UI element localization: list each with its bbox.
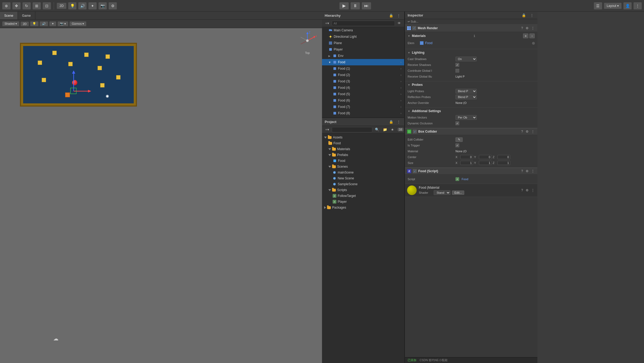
project-item-prefabs[interactable]: Prefabs [322, 152, 404, 158]
settings-icon[interactable]: ⚙ [525, 130, 529, 133]
probes-section-header[interactable]: ▼ Probes [408, 83, 535, 87]
hierarchy-content[interactable]: Main Camera Directional Light [322, 27, 404, 117]
size-z-field[interactable] [497, 161, 510, 165]
box-collider-checkbox[interactable]: ✓ [413, 130, 417, 133]
help-icon[interactable]: ? [520, 130, 524, 133]
project-item-scenes[interactable]: Scenes [322, 164, 404, 170]
hierarchy-add-btn[interactable]: +▾ [324, 21, 330, 26]
toolbar-transform-move[interactable]: ✥ [12, 2, 21, 10]
hierarchy-item-food-7[interactable]: Food (7) › [322, 104, 404, 110]
materials-plus-btn[interactable]: + [523, 33, 528, 38]
motion-vectors-dropdown[interactable]: Per Ob [455, 115, 477, 120]
food-script-checkbox[interactable]: ✓ [413, 169, 417, 173]
cast-shadows-dropdown[interactable]: On [455, 57, 477, 61]
hierarchy-item-food[interactable]: ➤ ▼ Food › [322, 59, 404, 65]
project-item-food-folder[interactable]: Food [322, 140, 404, 146]
scene-shading-dropdown[interactable]: Shaded ▾ [2, 21, 19, 26]
project-search-btn[interactable]: 🔍 [374, 127, 380, 132]
scene-audio-toggle[interactable]: 🔊 [40, 21, 48, 26]
toolbar-gizmos-btn[interactable]: ⚙ [108, 2, 117, 10]
scene-viewport[interactable]: Z X Top [0, 28, 322, 363]
reflection-probes-dropdown[interactable]: Blend P [455, 95, 477, 99]
food-script-header[interactable]: ➤ # ✓ Food (Script) ? ⚙ ⋮ [405, 168, 537, 175]
project-add-btn[interactable]: +▾ [324, 127, 330, 132]
hierarchy-item-food-1[interactable]: Food (1) › [322, 65, 404, 72]
project-content[interactable]: Assets Food Materials [322, 133, 404, 363]
materials-section-header[interactable]: ▼ Materials 1 + - [408, 33, 535, 38]
additional-settings-header[interactable]: ▼ Additional Settings [408, 109, 535, 113]
toolbar-more-btn[interactable]: ⋮ [633, 2, 642, 10]
tab-scene[interactable]: Scene [0, 12, 18, 19]
project-star-btn[interactable]: ★ [390, 127, 395, 132]
light-probes-dropdown[interactable]: Blend P [455, 89, 477, 94]
center-x-field[interactable] [460, 155, 473, 159]
project-more-btn[interactable]: ⋮ [396, 119, 402, 124]
hierarchy-item-plane[interactable]: Plane [322, 40, 404, 46]
target-icon[interactable]: ◎ [532, 41, 535, 45]
scene-2d-toggle[interactable]: 2D [20, 22, 29, 26]
toolbar-transform-rotate[interactable]: ↻ [22, 2, 31, 10]
project-search-input[interactable] [332, 127, 372, 132]
settings-icon[interactable]: ⚙ [525, 26, 529, 30]
receive-shadows-checkbox[interactable]: ✓ [455, 63, 459, 67]
pause-button[interactable]: ⏸ [350, 2, 360, 10]
toolbar-light-btn[interactable]: 💡 [68, 2, 77, 10]
size-x-field[interactable] [460, 161, 473, 165]
project-folder-btn[interactable]: 📁 [382, 127, 388, 132]
hierarchy-item-main-camera[interactable]: Main Camera [322, 27, 404, 33]
scene-view-options[interactable]: 📷 ▾ [57, 21, 68, 26]
toolbar-transform-rect[interactable]: ⊡ [43, 2, 51, 10]
toolbar-2d-btn[interactable]: 2D [57, 3, 66, 9]
contribute-global-checkbox[interactable] [455, 69, 459, 73]
settings-icon[interactable]: ⚙ [525, 169, 529, 173]
hierarchy-item-food-2[interactable]: Food (2) › [322, 72, 404, 78]
help-icon[interactable]: ? [520, 26, 524, 30]
project-item-food-prefab[interactable]: Food [322, 158, 404, 164]
project-item-player-script[interactable]: # Player [322, 199, 404, 205]
settings-icon[interactable]: ⚙ [525, 188, 529, 192]
more-icon[interactable]: ⋮ [530, 26, 535, 30]
help-icon[interactable]: ? [520, 188, 524, 192]
dynamic-occlusion-checkbox[interactable]: ✓ [455, 121, 459, 125]
toolbar-scene-camera-btn[interactable]: 📷 [98, 2, 107, 10]
hierarchy-item-food-5[interactable]: Food (5) › [322, 91, 404, 97]
shader-dropdown[interactable]: Stand [434, 190, 450, 195]
shader-edit-btn[interactable]: Edit... [452, 191, 464, 195]
tab-game[interactable]: Game [18, 12, 35, 19]
mesh-renderer-checkbox[interactable]: ✓ [412, 26, 416, 30]
toolbar-transform-scale[interactable]: ⊞ [32, 2, 41, 10]
toolbar-account-btn[interactable]: 👤 [623, 2, 632, 10]
more-icon[interactable]: ⋮ [530, 130, 535, 133]
project-item-sample-scene[interactable]: S SampleScene [322, 181, 404, 187]
project-item-new-scene[interactable]: S New Scene [322, 175, 404, 181]
project-lock-btn[interactable]: 🔒 [388, 119, 394, 124]
step-button[interactable]: ⏭ [362, 2, 371, 10]
toolbar-transform-translate[interactable]: ⊕ [2, 2, 11, 10]
hierarchy-item-env[interactable]: ▶ Env [322, 53, 404, 59]
toolbar-audio-btn[interactable]: 🔊 [78, 2, 87, 10]
box-collider-header[interactable]: □ ✓ Box Collider ? ⚙ ⋮ [405, 128, 537, 135]
hierarchy-search-input[interactable] [332, 21, 395, 26]
toolbar-layers-btn[interactable]: ☰ [594, 2, 602, 10]
play-button[interactable]: ▶ [339, 2, 349, 10]
hierarchy-item-food-8[interactable]: Food (8) › [322, 110, 404, 116]
hierarchy-item-player[interactable]: Player [322, 46, 404, 53]
hierarchy-item-food-3[interactable]: Food (3) › [322, 78, 404, 85]
inspector-more-btn[interactable]: ⋮ [529, 13, 535, 18]
help-icon[interactable]: ? [520, 169, 524, 173]
lighting-section-header[interactable]: ▼ Lighting [408, 51, 535, 54]
center-z-field[interactable] [497, 155, 510, 159]
project-item-assets[interactable]: Assets [322, 134, 404, 140]
edit-collider-btn[interactable]: ✎ [455, 137, 463, 142]
mesh-renderer-header[interactable]: ✓ Mesh Render ? ⚙ ⋮ [405, 24, 537, 32]
toolbar-layout-btn[interactable]: Layout ▾ [604, 3, 622, 9]
scene-gizmos-dropdown[interactable]: Gizmos ▾ [69, 21, 86, 26]
more-icon[interactable]: ⋮ [530, 188, 535, 192]
more-icon[interactable]: ⋮ [530, 169, 535, 173]
project-item-packages[interactable]: Packages [322, 205, 404, 210]
project-item-scripts[interactable]: Scripts [322, 187, 404, 193]
hierarchy-item-directional-light[interactable]: Directional Light [322, 33, 404, 40]
hierarchy-item-food-4[interactable]: Food (4) › [322, 85, 404, 91]
inspector-lock-btn[interactable]: 🔒 [521, 13, 527, 18]
hierarchy-more-btn[interactable]: ⋮ [396, 13, 402, 18]
